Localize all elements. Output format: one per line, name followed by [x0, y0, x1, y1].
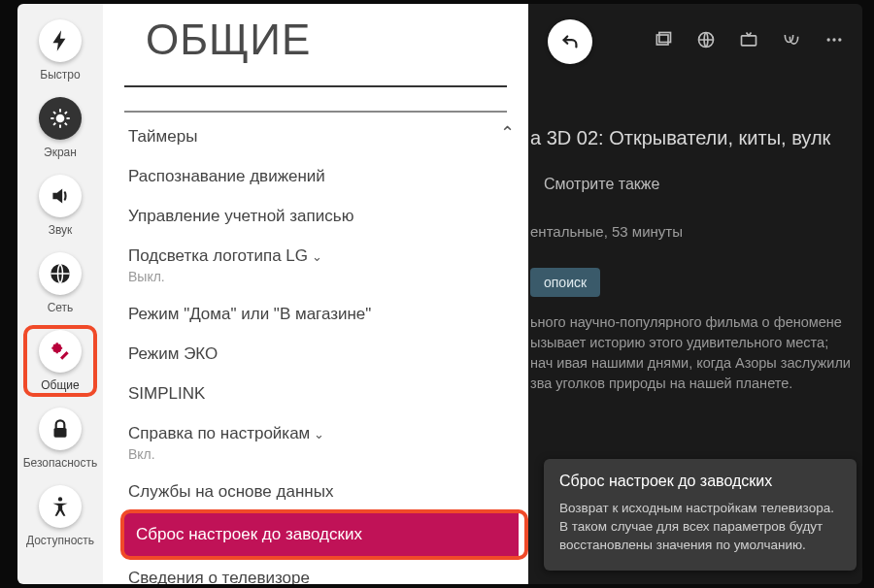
- settings-list: Таймеры ⌃ Распознавание движений Управле…: [103, 116, 528, 584]
- bolt-icon: [39, 19, 82, 62]
- row-account[interactable]: Управление учетной записью: [124, 196, 519, 236]
- row-label: SIMPLINK: [128, 384, 205, 403]
- row-label: Подсветка логотипа LG: [128, 246, 308, 265]
- row-data-services[interactable]: Службы на основе данных: [124, 472, 519, 511]
- sound-icon: [39, 175, 82, 217]
- back-icon: [559, 31, 581, 52]
- sidebar-item-screen[interactable]: Экран: [17, 89, 103, 167]
- row-home-store-mode[interactable]: Режим "Дома" или "В магазине": [124, 294, 519, 334]
- globe-icon[interactable]: [695, 29, 717, 50]
- row-factory-reset[interactable]: Сброс настроек до заводских: [124, 511, 519, 558]
- row-simplink[interactable]: SIMPLINK: [124, 374, 519, 413]
- row-label: Службы на основе данных: [128, 482, 333, 501]
- row-timers[interactable]: Таймеры ⌃: [124, 116, 519, 156]
- content-description: ьного научно-популярного фильма о феноме…: [530, 312, 855, 394]
- hint-tooltip: Сброс настроек до заводских Возврат к ис…: [544, 459, 857, 571]
- sidebar-item-label: Безопасность: [23, 456, 98, 470]
- sidebar-item-label: Экран: [44, 146, 77, 159]
- row-sublabel: Вкл.: [128, 446, 511, 462]
- lock-icon: [39, 408, 82, 450]
- back-button[interactable]: [548, 19, 592, 64]
- svg-rect-3: [742, 36, 756, 46]
- settings-panel: ОБЩИЕ Таймеры ⌃ Распознавание движений У…: [103, 4, 528, 584]
- sidebar-item-label: Доступность: [26, 534, 94, 547]
- content-title: а 3D 02: Открыватели, киты, вулк: [530, 124, 830, 152]
- see-also-label: Смотрите также: [544, 173, 659, 195]
- accessibility-icon: [39, 485, 82, 528]
- tv-screen: а 3D 02: Открыватели, киты, вулк Смотрит…: [17, 4, 862, 584]
- masks-icon[interactable]: [781, 29, 802, 50]
- network-icon: [39, 252, 82, 295]
- content-meta: ентальные, 53 минуты: [530, 221, 683, 243]
- row-about-tv[interactable]: Сведения о телевизоре: [124, 558, 519, 584]
- row-motion[interactable]: Распознавание движений: [124, 156, 519, 196]
- row-label: Режим "Дома" или "В магазине": [128, 305, 371, 323]
- settings-sidebar: Быстро Экран Звук Сеть: [17, 4, 103, 584]
- chevron-down-icon: ⌄: [314, 427, 324, 441]
- gear-wrench-icon: [39, 330, 82, 373]
- top-icon-bar: [653, 29, 845, 50]
- tooltip-title: Сброс настроек до заводских: [559, 473, 841, 490]
- screen-icon: [39, 97, 82, 140]
- photos-icon[interactable]: [653, 29, 674, 50]
- svg-point-11: [58, 497, 62, 501]
- row-label: Таймеры: [128, 127, 197, 146]
- svg-rect-10: [54, 428, 67, 438]
- panel-title: ОБЩИЕ: [124, 14, 507, 87]
- chevron-up-icon: ⌃: [500, 122, 515, 144]
- row-label: Сброс настроек до заводских: [136, 525, 362, 543]
- sidebar-item-label: Общие: [41, 378, 79, 392]
- sidebar-item-security[interactable]: Безопасность: [17, 400, 103, 477]
- sidebar-item-label: Быстро: [40, 68, 80, 82]
- row-label: Режим ЭКО: [128, 344, 218, 363]
- sidebar-item-label: Звук: [49, 223, 73, 237]
- sidebar-item-quick[interactable]: Быстро: [17, 12, 103, 89]
- sidebar-item-accessibility[interactable]: Доступность: [17, 477, 103, 555]
- svg-point-6: [838, 38, 841, 41]
- sidebar-item-sound[interactable]: Звук: [17, 167, 103, 245]
- sidebar-item-general[interactable]: Общие: [17, 322, 103, 400]
- svg-point-5: [832, 38, 835, 41]
- row-eco-mode[interactable]: Режим ЭКО: [124, 334, 519, 374]
- svg-point-7: [56, 114, 65, 123]
- sidebar-item-network[interactable]: Сеть: [17, 245, 103, 322]
- row-logo-backlight[interactable]: Подсветка логотипа LG⌄ Выкл.: [124, 236, 519, 294]
- row-label: Сведения о телевизоре: [128, 569, 310, 584]
- row-sublabel: Выкл.: [128, 269, 511, 284]
- row-label: Справка по настройкам: [128, 424, 310, 442]
- search-chip[interactable]: опоиск: [530, 268, 600, 297]
- tooltip-text: Возврат к исходным настройкам телевизора…: [559, 500, 841, 555]
- row-settings-help[interactable]: Справка по настройкам⌄ Вкл.: [124, 413, 519, 472]
- row-label: Управление учетной записью: [128, 207, 353, 225]
- svg-point-4: [827, 38, 830, 41]
- more-icon[interactable]: [824, 29, 845, 50]
- sidebar-item-label: Сеть: [48, 301, 74, 314]
- row-label: Распознавание движений: [128, 167, 325, 185]
- tv-icon[interactable]: [738, 29, 759, 50]
- chevron-down-icon: ⌄: [312, 249, 322, 264]
- divider: [124, 111, 507, 113]
